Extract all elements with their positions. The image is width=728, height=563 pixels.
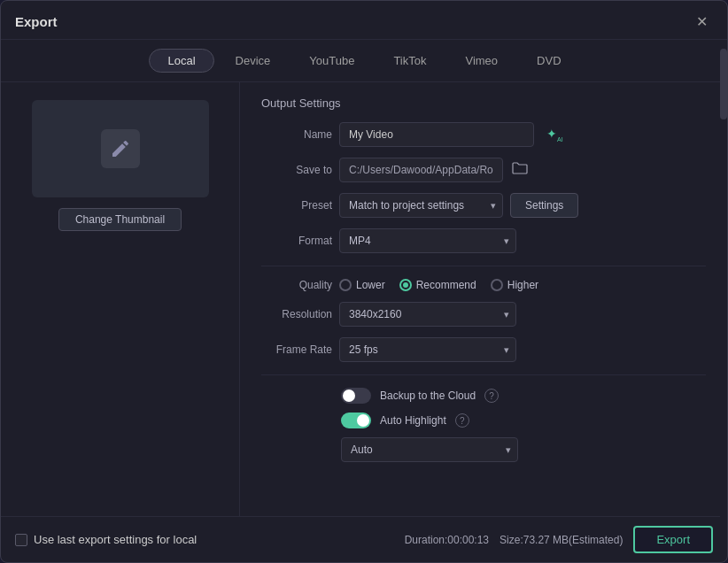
thumbnail-icon	[101, 129, 140, 168]
backup-help-icon[interactable]: ?	[484, 389, 499, 403]
quality-recommend-option[interactable]: Recommend	[399, 279, 476, 291]
ai-icon: ✦AI	[546, 127, 563, 141]
resolution-select[interactable]: 3840x2160	[339, 302, 516, 327]
quality-lower-radio[interactable]	[339, 279, 352, 291]
backup-toggle[interactable]	[341, 388, 371, 404]
duration-info: Duration:00:00:13	[405, 534, 489, 546]
resolution-row: Resolution 3840x2160	[261, 302, 706, 327]
ai-button[interactable]: ✦AI	[541, 125, 569, 144]
export-dialog: Export ✕ Local Device YouTube TikTok Vim…	[0, 0, 728, 563]
quality-lower-option[interactable]: Lower	[339, 279, 385, 291]
last-export-row: Use last export settings for local	[15, 533, 197, 546]
tab-local[interactable]: Local	[149, 49, 213, 73]
format-label: Format	[261, 235, 332, 247]
close-button[interactable]: ✕	[691, 12, 713, 32]
name-input[interactable]	[339, 122, 534, 147]
quality-label: Quality	[261, 279, 332, 291]
thumbnail-preview	[32, 100, 209, 197]
auto-highlight-help-icon[interactable]: ?	[455, 413, 469, 428]
folder-icon	[512, 163, 528, 178]
bottom-bar: Use last export settings for local Durat…	[1, 516, 727, 562]
format-select[interactable]: MP4	[339, 228, 516, 253]
save-to-row: Save to	[261, 158, 706, 182]
scrollbar-thumb[interactable]	[720, 82, 727, 120]
auto-select-row: Auto	[341, 437, 706, 462]
save-to-control	[339, 158, 706, 182]
bottom-info: Duration:00:00:13 Size:73.27 MB(Estimate…	[405, 526, 713, 553]
title-bar: Export ✕	[1, 1, 727, 40]
preset-label: Preset	[261, 199, 332, 212]
quality-recommend-label: Recommend	[416, 279, 476, 291]
resolution-select-wrapper: 3840x2160	[339, 302, 516, 327]
frame-rate-select-wrapper: 25 fps	[339, 337, 516, 362]
quality-options: Lower Recommend Higher	[339, 279, 538, 291]
quality-higher-label: Higher	[507, 279, 538, 291]
save-path-input[interactable]	[339, 158, 503, 182]
tab-device[interactable]: Device	[218, 49, 289, 73]
backup-row: Backup to the Cloud ?	[341, 388, 706, 404]
quality-recommend-radio[interactable]	[399, 279, 412, 291]
dialog-title: Export	[15, 14, 58, 29]
settings-button[interactable]: Settings	[510, 193, 578, 218]
preset-row: Preset Match to project settings Setting…	[261, 193, 706, 218]
format-row: Format MP4	[261, 228, 706, 253]
auto-select-wrapper: Auto	[341, 437, 518, 462]
tab-tiktok[interactable]: TikTok	[376, 49, 444, 73]
frame-rate-select[interactable]: 25 fps	[339, 337, 516, 362]
left-panel: Change Thumbnail	[1, 82, 240, 516]
quality-row: Quality Lower Recommend Higher	[261, 279, 706, 291]
export-button[interactable]: Export	[633, 526, 713, 553]
name-label: Name	[261, 128, 332, 141]
section-title: Output Settings	[261, 96, 706, 110]
quality-higher-radio[interactable]	[491, 279, 503, 291]
format-select-wrapper: MP4	[339, 228, 516, 253]
preset-select-wrapper: Match to project settings	[339, 193, 503, 218]
size-info: Size:73.27 MB(Estimated)	[500, 534, 623, 546]
tab-dvd[interactable]: DVD	[519, 49, 578, 73]
change-thumbnail-button[interactable]: Change Thumbnail	[58, 208, 182, 231]
tab-vimeo[interactable]: Vimeo	[447, 49, 515, 73]
backup-label: Backup to the Cloud	[380, 389, 476, 402]
folder-button[interactable]	[508, 159, 531, 181]
divider-1	[261, 266, 706, 266]
name-row: Name ✦AI	[261, 122, 706, 147]
scrollbar-track[interactable]	[720, 82, 727, 516]
quality-higher-option[interactable]: Higher	[491, 279, 538, 291]
last-export-label: Use last export settings for local	[34, 533, 197, 546]
auto-highlight-label: Auto Highlight	[380, 414, 446, 427]
frame-rate-row: Frame Rate 25 fps	[261, 337, 706, 362]
right-panel: Output Settings Name ✦AI Save to	[240, 82, 727, 516]
tab-youtube[interactable]: YouTube	[291, 49, 372, 73]
save-to-label: Save to	[261, 164, 332, 176]
auto-highlight-toggle[interactable]	[341, 413, 371, 428]
quality-lower-label: Lower	[356, 279, 385, 291]
tab-bar: Local Device YouTube TikTok Vimeo DVD	[1, 40, 727, 82]
auto-select[interactable]: Auto	[341, 437, 518, 462]
last-export-checkbox[interactable]	[15, 534, 27, 546]
divider-2	[261, 374, 706, 375]
frame-rate-label: Frame Rate	[261, 343, 332, 356]
auto-highlight-row: Auto Highlight ?	[341, 413, 706, 428]
resolution-label: Resolution	[261, 308, 332, 320]
preset-select[interactable]: Match to project settings	[339, 193, 503, 218]
main-content: Change Thumbnail Output Settings Name ✦A…	[1, 82, 727, 516]
